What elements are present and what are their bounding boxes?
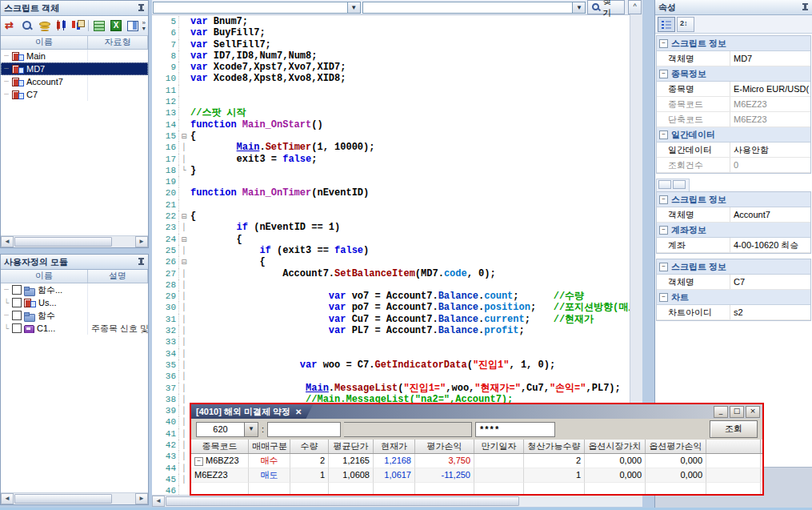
- code-line-29[interactable]: 29│ var vo7 = Account7.Balance.count; //…: [152, 291, 630, 302]
- property-row[interactable]: 계좌4-00-10620 최승: [657, 238, 810, 253]
- checkbox[interactable]: [12, 285, 22, 295]
- fold-marker-icon[interactable]: ⊟: [178, 256, 189, 267]
- section-header[interactable]: −종목정보: [657, 66, 810, 82]
- code-line-14[interactable]: 14function Main_OnStart(): [152, 119, 630, 131]
- code-line-30[interactable]: 30│ var po7 = Account7.Balance.position;…: [152, 302, 630, 313]
- table-header-cell[interactable]: 평가손익: [415, 440, 474, 453]
- collapse-button[interactable]: ^: [628, 0, 642, 14]
- collapse-icon[interactable]: −: [659, 195, 668, 204]
- table-header-cell[interactable]: 현재가: [374, 440, 415, 453]
- table-icon[interactable]: [126, 19, 140, 32]
- tree-item-c7[interactable]: ┄C7: [1, 88, 148, 101]
- code-line-32[interactable]: 32│ var PL7 = Account7.Balance.profit;: [152, 325, 630, 336]
- property-row[interactable]: 종목명E-Micro EUR/USD(: [657, 82, 810, 97]
- code-line-37[interactable]: 37│ Main.MessageList("진입1=",woo,"현재가=",C…: [152, 383, 630, 394]
- code-line-7[interactable]: 7var SellFill7;: [152, 39, 630, 50]
- tree-item-account7[interactable]: ┄Account7: [1, 75, 148, 88]
- property-value[interactable]: M6EZ23: [730, 112, 810, 126]
- table-header-cell[interactable]: 청산가능수량: [524, 440, 585, 453]
- code-line-13[interactable]: 13//스팟 시작: [152, 107, 630, 118]
- property-value[interactable]: MD7: [730, 51, 810, 66]
- fold-marker-icon[interactable]: ⊟: [178, 131, 189, 142]
- scroll-right-icon[interactable]: ►: [135, 236, 148, 247]
- property-row[interactable]: 차트아이디s2: [657, 305, 810, 320]
- tree-item-main[interactable]: ┄Main: [1, 50, 148, 62]
- code-line-36[interactable]: 36│: [152, 371, 630, 382]
- event-combo[interactable]: ▼: [362, 2, 586, 14]
- code-line-21[interactable]: 21: [152, 199, 630, 211]
- property-row[interactable]: 일간데이터사용안함: [657, 143, 810, 158]
- candlestick-box-icon[interactable]: [70, 19, 85, 32]
- code-line-17[interactable]: 17│ exit3 = false;: [152, 154, 630, 165]
- grid-icon[interactable]: [92, 19, 106, 32]
- property-row[interactable]: 객체명Account7: [657, 207, 810, 223]
- table-header-cell[interactable]: 매매구분: [249, 440, 290, 453]
- property-value[interactable]: s2: [730, 305, 810, 319]
- collapse-icon[interactable]: −: [659, 293, 668, 302]
- mini-icon[interactable]: [673, 180, 686, 189]
- column-desc[interactable]: 설명: [88, 270, 148, 283]
- property-value[interactable]: Account7: [730, 207, 810, 222]
- popup-titlebar[interactable]: [4010] 해외 미결제 약정 ✕ _ □ ×: [191, 404, 762, 419]
- script-objects-hscrollbar[interactable]: ◄ ►: [1, 235, 148, 247]
- code-line-34[interactable]: 34│: [152, 348, 630, 359]
- table-header-cell[interactable]: 평균단가: [329, 440, 374, 453]
- section-header[interactable]: −스크립트 정보: [657, 259, 810, 275]
- code-line-33[interactable]: 33│: [152, 336, 630, 347]
- code-line-6[interactable]: 6var BuyFill7;: [152, 27, 630, 38]
- account-number-field[interactable]: [267, 422, 341, 437]
- checkbox[interactable]: [12, 311, 22, 320]
- code-line-28[interactable]: 28│: [152, 279, 630, 291]
- table-header-cell[interactable]: 수량: [290, 440, 329, 453]
- collapse-icon[interactable]: −: [659, 263, 668, 271]
- scroll-left-icon[interactable]: ◄: [1, 493, 14, 504]
- checkbox[interactable]: [12, 298, 22, 307]
- code-line-10[interactable]: 10var Xcode8,Xpst8,Xvo8,XID8;: [152, 73, 630, 84]
- password-field[interactable]: ****: [475, 422, 555, 437]
- code-line-23[interactable]: 23│ if (nEventID == 1): [152, 222, 630, 233]
- code-line-22[interactable]: 22⊟{: [152, 211, 630, 222]
- collapse-icon[interactable]: −: [659, 70, 668, 78]
- code-line-12[interactable]: 12: [152, 96, 630, 107]
- find-button[interactable]: 찾기: [587, 0, 625, 14]
- chevron-down-icon[interactable]: ▼: [572, 2, 585, 13]
- module-item[interactable]: ┄함수: [1, 309, 148, 322]
- chevron-down-icon[interactable]: ▼: [347, 2, 360, 13]
- property-row[interactable]: 조회건수0: [657, 158, 810, 173]
- property-value[interactable]: E-Micro EUR/USD(: [730, 82, 810, 96]
- minimize-icon[interactable]: _: [714, 406, 728, 418]
- pin-icon[interactable]: [138, 258, 145, 267]
- user-modules-hscrollbar[interactable]: ◄ ►: [1, 492, 148, 504]
- section-header[interactable]: −계좌정보: [657, 223, 810, 238]
- excel-icon[interactable]: [109, 19, 123, 32]
- property-value[interactable]: M6EZ23: [730, 97, 810, 111]
- close-icon[interactable]: ×: [746, 406, 760, 418]
- module-item[interactable]: ┄함수...: [1, 283, 148, 296]
- code-line-31[interactable]: 31│ var Cu7 = Account7.Balance.current; …: [152, 314, 630, 325]
- collapse-icon[interactable]: −: [659, 226, 668, 235]
- collapse-icon[interactable]: −: [659, 39, 668, 48]
- module-item[interactable]: └Us...: [1, 296, 148, 309]
- tree-item-md7[interactable]: ┄MD7: [1, 62, 148, 75]
- table-header-cell[interactable]: 옵션시장가치: [585, 440, 646, 453]
- property-value[interactable]: 4-00-10620 최승: [730, 238, 810, 252]
- code-line-8[interactable]: 8var ID7,ID8,Num7,Num8;: [152, 50, 630, 62]
- column-name[interactable]: 이름: [1, 36, 88, 49]
- property-row[interactable]: 단축코드M6EZ23: [657, 112, 810, 127]
- section-header[interactable]: −차트: [657, 290, 810, 305]
- property-value[interactable]: 0: [730, 158, 810, 172]
- column-name[interactable]: 이름: [1, 270, 88, 283]
- account-combo[interactable]: 620 ▼: [196, 422, 258, 437]
- pin-icon[interactable]: [138, 4, 145, 13]
- sort-alpha-icon[interactable]: [677, 17, 694, 32]
- collapse-icon[interactable]: −: [659, 131, 668, 139]
- section-header[interactable]: −일간데이터: [657, 127, 810, 143]
- code-line-18[interactable]: 18└}: [152, 165, 630, 176]
- search-icon[interactable]: [20, 19, 34, 32]
- tab-close-icon[interactable]: ✕: [295, 408, 302, 416]
- code-line-26[interactable]: 26⊟ {: [152, 256, 630, 267]
- editor-hscrollbar[interactable]: ◄: [152, 495, 642, 507]
- table-header-cell[interactable]: 종목코드: [191, 440, 249, 453]
- candlestick-icon[interactable]: [54, 19, 68, 32]
- code-line-35[interactable]: 35│ var woo = C7.GetIndicatorData("진입1",…: [152, 359, 630, 371]
